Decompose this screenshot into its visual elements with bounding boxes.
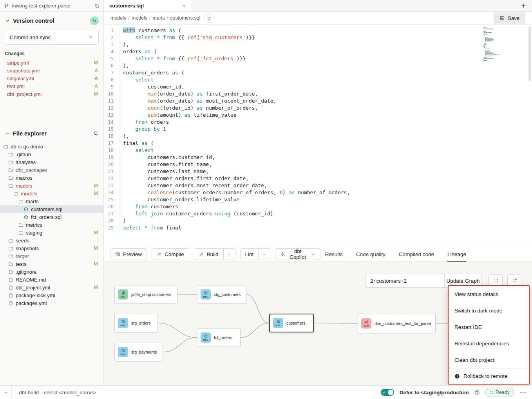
tree-item-github[interactable]: .github (0, 150, 103, 158)
tree-item-label: models (16, 183, 32, 189)
command-input[interactable]: dbt build --select <model_name> (19, 390, 96, 395)
tree-item-snapshots[interactable]: snapshotsM (0, 244, 103, 252)
change-row-snapshots-yml[interactable]: snapshots.ymlA (5, 67, 99, 74)
lineage-node-stg-payments[interactable]: MDLstg_payments (114, 343, 163, 361)
build-options-caret[interactable] (224, 248, 235, 260)
menu-item-clean-dbt-project[interactable]: Clean dbt project (449, 352, 529, 368)
code-text: ), (119, 62, 129, 69)
tree-item-dbt-project-yml[interactable]: dbt_project.ymlM (0, 283, 103, 291)
build-split-button: Build (194, 248, 235, 260)
editor-scrollbar[interactable] (528, 26, 531, 244)
menu-item-rollback-to-remote[interactable]: Rollback to remote (449, 368, 529, 384)
save-button[interactable]: Save (494, 13, 525, 23)
line-number: 14 (104, 119, 119, 126)
tree-item-customers-sql[interactable]: customers.sql (0, 205, 103, 213)
code-line: 17final as ( (104, 140, 532, 147)
tree-item-status: M (94, 191, 98, 196)
code-text: customer_id, (119, 83, 185, 90)
preview-button[interactable]: Preview (110, 248, 147, 260)
compile-button[interactable]: Compile (152, 248, 189, 260)
tree-item-db-sl-qs-demo[interactable]: db-sl-qs-demo (0, 143, 103, 150)
breadcrumb-separator: / (167, 15, 168, 21)
menu-item-switch-to-dark-mode[interactable]: Switch to dark mode (449, 302, 529, 319)
breadcrumb-item[interactable]: models (110, 15, 126, 21)
code-text: customers.first_name, (119, 161, 212, 168)
tab-compiled-code[interactable]: Compiled code (399, 247, 434, 261)
close-icon[interactable] (181, 4, 186, 8)
new-tab-plus-icon[interactable] (521, 3, 527, 9)
tree-item-gitignore[interactable]: .gitignore (0, 268, 103, 276)
copy-icon[interactable] (94, 3, 100, 8)
tree-item-metrics[interactable]: metrics (0, 221, 103, 229)
line-number: 15 (104, 126, 119, 133)
fullscreen-button[interactable] (489, 274, 503, 286)
change-row-stripe-yml[interactable]: stripe.ymlM (5, 59, 99, 67)
lineage-node-customers[interactable]: MDLcustomers (269, 314, 314, 332)
chevron-up-icon[interactable] (0, 386, 12, 399)
lineage-node-stg-orders[interactable]: MDLstg_orders (114, 314, 158, 332)
build-button[interactable]: Build (194, 248, 224, 260)
commit-options-caret[interactable] (82, 30, 98, 44)
lineage-node-fct-orders[interactable]: MDLfct_orders (197, 328, 241, 347)
tree-item-tests[interactable]: testsM (0, 260, 103, 268)
tab-code-quality[interactable]: Code quality (356, 247, 385, 261)
tab-lineage[interactable]: Lineage (447, 247, 466, 261)
code-line: 28) (104, 217, 532, 224)
tree-item-analyses[interactable]: analyses (0, 158, 103, 166)
line-number: 20 (104, 161, 119, 168)
search-icon[interactable] (93, 131, 99, 136)
tree-item-staging[interactable]: stagingM (0, 229, 103, 237)
commit-and-sync-button[interactable]: Commit and sync (5, 30, 99, 45)
line-number: 28 (104, 217, 119, 224)
code-text: customer_orders.lifetime_value (119, 196, 239, 203)
ellipsis-icon[interactable] (519, 389, 527, 396)
editor-tab-customers-sql[interactable]: customers.sql (104, 0, 192, 11)
change-row-test-yml[interactable]: test.ymlA (5, 82, 99, 90)
breadcrumb-item[interactable]: models (132, 15, 147, 21)
version-control-header[interactable]: Version control 5 (5, 15, 99, 27)
breadcrumb-separator: / (128, 15, 129, 21)
code-editor[interactable]: 1with customers as (2 select * from {{ r… (104, 25, 532, 247)
tab-results[interactable]: Results (325, 247, 343, 261)
tree-item-models[interactable]: modelsM (0, 182, 103, 190)
tree-item-label: dbt_project.yml (16, 285, 50, 291)
defer-toggle[interactable] (381, 389, 394, 396)
breadcrumb-item[interactable]: marts (153, 15, 165, 21)
dbt-copilot-button[interactable]: dbt Copilot (275, 248, 320, 260)
tree-item-macros[interactable]: macros (0, 174, 103, 182)
tree-item-readme-md[interactable]: README.md (0, 276, 103, 283)
tree-item-label: .gitignore (16, 269, 36, 275)
menu-item-view-status-details[interactable]: View status details (449, 286, 529, 302)
model-icon (24, 207, 29, 212)
lineage-node-jaffle-shop-customers[interactable]: SRCjaffle_shop.customers (114, 285, 177, 304)
tree-item-package-lock-yml[interactable]: package-lock.yml (0, 291, 103, 299)
lineage-node-stg-customers[interactable]: MDLstg_customers (197, 285, 246, 304)
tree-item-marts[interactable]: marts (0, 197, 103, 205)
tree-item-packages-yml[interactable]: packages.yml (0, 299, 103, 307)
version-control-count-badge: 5 (90, 16, 99, 25)
lineage-search-input[interactable] (366, 274, 444, 287)
menu-item-reinstall-dependencies[interactable]: Reinstall dependencies (449, 335, 529, 352)
lineage-node-dim-customers-test-for-parse[interactable]: SEMdim_customers_test_for_parse (358, 314, 436, 333)
tree-item-label: snapshots (16, 246, 39, 251)
tree-item-seeds[interactable]: seeds (0, 237, 103, 244)
lint-options-caret[interactable] (259, 248, 270, 260)
tree-item-models[interactable]: modelsM (0, 190, 103, 197)
tree-item-target[interactable]: target (0, 252, 103, 260)
breadcrumb-item[interactable]: customers.sql (170, 15, 200, 21)
code-text: with customers as ( (119, 27, 181, 34)
help-icon[interactable] (474, 390, 480, 395)
scrollbar-thumb[interactable] (528, 26, 531, 81)
refresh-graph-button[interactable] (507, 274, 521, 286)
line-number: 17 (104, 140, 119, 147)
tree-item-fct-orders-sql[interactable]: fct_orders.sql (0, 213, 103, 221)
file-explorer-header[interactable]: File explorer (0, 128, 103, 139)
menu-item-restart-ide[interactable]: Restart IDE (449, 319, 529, 335)
minimap[interactable] (483, 27, 506, 61)
lint-button[interactable]: Lint (240, 248, 259, 260)
open-file-link-icon[interactable] (204, 13, 214, 23)
change-row-dbt-project-yml[interactable]: dbt_project.ymlM (5, 90, 99, 98)
change-row-singular-yml[interactable]: singular.ymlA (5, 74, 99, 82)
tree-item-dbt-packages[interactable]: dbt_packages (0, 166, 103, 174)
changed-file-name: dbt_project.yml (7, 91, 94, 97)
